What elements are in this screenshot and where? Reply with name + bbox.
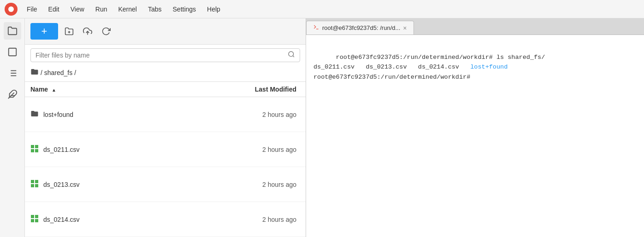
svg-rect-22 <box>31 215 34 218</box>
file-toolbar: + <box>25 18 306 45</box>
terminal-link: lost+found <box>470 64 508 70</box>
menu-view[interactable]: View <box>66 5 89 14</box>
svg-rect-14 <box>31 145 34 148</box>
menu-file[interactable]: File <box>22 5 42 14</box>
breadcrumb: / shared_fs / <box>25 66 306 81</box>
breadcrumb-folder-icon <box>30 68 39 78</box>
close-tab-button[interactable]: × <box>403 24 407 32</box>
menu-kernel[interactable]: Kernel <box>113 5 141 14</box>
menubar: File Edit View Run Kernel Tabs Settings … <box>0 0 644 18</box>
icon-sidebar <box>0 18 25 237</box>
search-icon <box>288 51 295 60</box>
file-name-cell-3: ds_0214.csv <box>25 202 179 237</box>
sidebar-icon-plugin[interactable] <box>4 86 21 103</box>
new-folder-button[interactable] <box>62 24 77 39</box>
logo-circle <box>5 3 18 16</box>
svg-rect-17 <box>35 149 38 152</box>
table-row[interactable]: lost+found2 hours ago <box>25 97 306 132</box>
terminal-tab-label: root@e673fc9237d5: /run/d... <box>322 24 400 31</box>
sidebar-icon-stop[interactable] <box>4 43 21 61</box>
svg-rect-23 <box>35 215 38 218</box>
terminal-tabs: root@e673fc9237d5: /run/d... × <box>306 18 644 35</box>
file-name-cell-1: ds_0211.csv <box>25 132 179 167</box>
menu-run[interactable]: Run <box>91 5 112 14</box>
file-name-cell-2: ds_0213.csv <box>25 167 179 202</box>
search-box <box>30 48 300 62</box>
csv-icon <box>30 145 39 154</box>
menu-items: File Edit View Run Kernel Tabs Settings … <box>22 5 225 14</box>
col-header-modified[interactable]: Last Modified <box>179 82 306 97</box>
file-modified-cell-1: 2 hours ago <box>179 132 306 167</box>
svg-line-13 <box>293 56 294 57</box>
folder-icon <box>30 110 39 119</box>
file-modified-cell-2: 2 hours ago <box>179 167 306 202</box>
app-logo <box>0 3 22 16</box>
menu-edit[interactable]: Edit <box>44 5 64 14</box>
svg-rect-15 <box>35 145 38 148</box>
refresh-button[interactable] <box>99 24 113 39</box>
svg-rect-21 <box>35 184 38 187</box>
svg-rect-0 <box>8 48 16 56</box>
csv-icon <box>30 179 39 189</box>
terminal-panel: root@e673fc9237d5: /run/d... × root@e673… <box>306 18 644 237</box>
file-modified-cell-3: 2 hours ago <box>179 202 306 237</box>
file-name-text: lost+found <box>43 111 73 118</box>
terminal-line1: root@e673fc9237d5:/run/determined/workdi… <box>336 54 545 61</box>
breadcrumb-path: / shared_fs / <box>41 69 76 76</box>
file-modified-cell-0: 2 hours ago <box>179 97 306 132</box>
sort-arrow-icon: ▲ <box>52 87 56 92</box>
svg-rect-20 <box>31 184 34 187</box>
file-name-text: ds_0211.csv <box>43 146 80 153</box>
terminal-content: root@e673fc9237d5:/run/determined/workdi… <box>306 35 644 237</box>
terminal-tab-icon <box>313 24 319 32</box>
svg-rect-18 <box>31 180 34 183</box>
table-row[interactable]: ds_0214.csv2 hours ago <box>25 202 306 237</box>
svg-rect-19 <box>35 180 38 183</box>
terminal-line2-part1: ds_0211.csv ds_0213.csv ds_0214.csv <box>313 64 470 70</box>
terminal-line3: root@e673fc9237d5:/run/determined/workdi… <box>313 74 474 81</box>
menu-tabs[interactable]: Tabs <box>143 5 166 14</box>
svg-rect-25 <box>35 219 38 222</box>
search-input[interactable] <box>35 52 284 59</box>
csv-icon <box>30 214 39 224</box>
file-name-text: ds_0213.csv <box>43 181 80 188</box>
file-name-text: ds_0214.csv <box>43 216 80 223</box>
table-row[interactable]: ds_0213.csv2 hours ago <box>25 167 306 202</box>
terminal-tab[interactable]: root@e673fc9237d5: /run/d... × <box>306 21 414 35</box>
menu-settings[interactable]: Settings <box>168 5 201 14</box>
upload-button[interactable] <box>80 24 95 39</box>
file-name-cell-0: lost+found <box>25 97 179 132</box>
sidebar-icon-list[interactable] <box>4 64 21 82</box>
svg-rect-16 <box>31 149 34 152</box>
new-button[interactable]: + <box>30 23 58 40</box>
file-panel: + <box>25 18 306 237</box>
main-layout: + <box>0 18 644 237</box>
file-table: Name ▲ Last Modified lost+found2 hours a… <box>25 81 306 237</box>
svg-rect-24 <box>31 219 34 222</box>
sidebar-icon-folder[interactable] <box>4 22 21 40</box>
col-header-name[interactable]: Name ▲ <box>25 82 179 97</box>
menu-help[interactable]: Help <box>202 5 225 14</box>
table-row[interactable]: ds_0211.csv2 hours ago <box>25 132 306 167</box>
svg-point-12 <box>289 52 294 57</box>
